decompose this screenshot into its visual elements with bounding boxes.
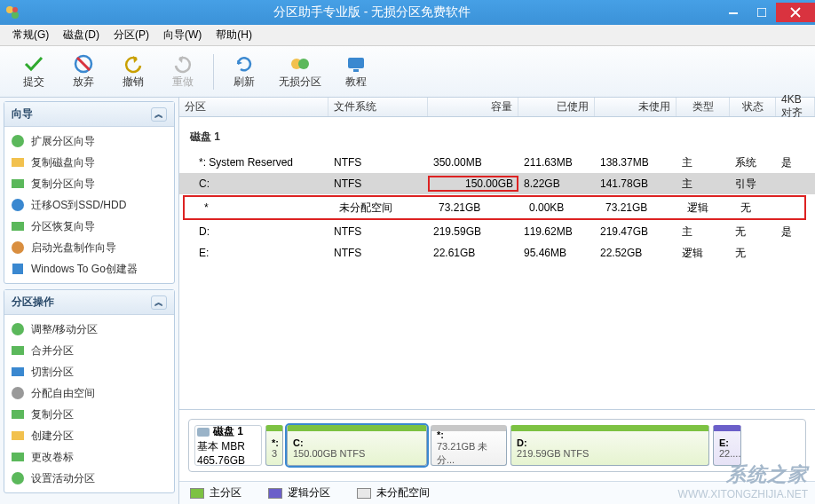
chevron-up-icon[interactable]: ︽ bbox=[151, 295, 167, 310]
tutorial-button[interactable]: 教程 bbox=[331, 48, 381, 96]
col-status[interactable]: 状态 bbox=[730, 98, 776, 116]
menu-disk[interactable]: 磁盘(D) bbox=[56, 25, 107, 45]
col-capacity[interactable]: 容量 bbox=[428, 98, 518, 116]
col-used[interactable]: 已使用 bbox=[518, 98, 595, 116]
partition-row[interactable]: *: System ReservedNTFS350.00MB211.63MB13… bbox=[179, 152, 815, 173]
ops-item-icon bbox=[10, 343, 26, 358]
ops-item[interactable]: 设置活动分区 bbox=[4, 468, 174, 489]
menu-view[interactable]: 常规(G) bbox=[5, 25, 56, 45]
svg-point-7 bbox=[298, 59, 309, 69]
panel-title: 向导 bbox=[12, 106, 33, 122]
menu-help[interactable]: 帮助(H) bbox=[209, 25, 259, 45]
ops-item[interactable]: 调整/移动分区 bbox=[4, 319, 174, 340]
cell-free: 138.37MB bbox=[595, 156, 677, 169]
disk-map-block[interactable]: D:219.59GB NTFS bbox=[510, 425, 709, 466]
col-free[interactable]: 未使用 bbox=[595, 98, 677, 116]
undo-icon bbox=[123, 53, 144, 75]
disk-map-info[interactable]: 磁盘 1 基本 MBR 465.76GB bbox=[194, 425, 262, 466]
cell-status: 无 bbox=[735, 201, 781, 216]
ops-item-label: 分配自由空间 bbox=[31, 386, 95, 401]
disk-map-block[interactable]: *:73.21GB 未分... bbox=[431, 425, 507, 466]
ops-item[interactable]: 合并分区 bbox=[4, 340, 174, 361]
ops-item[interactable]: 切割分区 bbox=[4, 361, 174, 382]
col-type[interactable]: 类型 bbox=[677, 98, 730, 116]
discard-button[interactable]: 放弃 bbox=[59, 48, 108, 96]
col-4k-align[interactable]: 4KB对齐 bbox=[776, 98, 815, 116]
svg-point-15 bbox=[12, 241, 24, 254]
chevron-up-icon[interactable]: ︽ bbox=[151, 107, 167, 122]
svg-rect-16 bbox=[12, 264, 23, 274]
cell-partition: *: System Reserved bbox=[179, 156, 328, 169]
cell-free: 73.21GB bbox=[600, 201, 682, 214]
wizard-item[interactable]: 分区恢复向导 bbox=[4, 216, 174, 237]
legend: 主分区 逻辑分区 未分配空间 bbox=[179, 481, 815, 504]
col-partition[interactable]: 分区 bbox=[179, 98, 328, 116]
block-size: 150.00GB NTFS bbox=[293, 448, 421, 459]
wizard-item[interactable]: 启动光盘制作向导 bbox=[4, 237, 174, 258]
grid-header: 分区 文件系统 容量 已使用 未使用 类型 状态 4KB对齐 bbox=[179, 98, 815, 117]
cell-4k-align: 是 bbox=[776, 224, 815, 240]
wizard-item-icon bbox=[10, 261, 26, 277]
wizard-item[interactable]: 复制分区向导 bbox=[4, 173, 174, 194]
svg-rect-8 bbox=[348, 58, 364, 68]
cell-used: 8.22GB bbox=[518, 177, 595, 190]
ops-panel-header[interactable]: 分区操作 ︽ bbox=[4, 290, 174, 315]
partition-row[interactable]: E:NTFS22.61GB95.46MB22.52GB逻辑无 bbox=[179, 242, 815, 264]
disk-map-block[interactable]: *:3 bbox=[265, 425, 283, 466]
wizard-item-label: 扩展分区向导 bbox=[31, 134, 95, 149]
ops-item[interactable]: 分配自由空间 bbox=[4, 382, 174, 404]
partition-row[interactable]: C:NTFS150.00GB8.22GB141.78GB主引导 bbox=[179, 173, 815, 194]
wizard-panel: 向导 ︽ 扩展分区向导复制磁盘向导复制分区向导迁移OS到SSD/HDD分区恢复向… bbox=[4, 101, 175, 284]
cell-used: 119.62MB bbox=[518, 225, 595, 238]
redo-button[interactable]: 重做 bbox=[158, 48, 208, 96]
cell-used: 0.00KB bbox=[524, 201, 600, 214]
tutorial-icon bbox=[345, 53, 367, 75]
wizard-item-label: 复制分区向导 bbox=[31, 177, 95, 192]
wizard-item[interactable]: 复制磁盘向导 bbox=[4, 152, 174, 173]
svg-rect-9 bbox=[353, 69, 359, 72]
cell-type: 主 bbox=[677, 177, 730, 192]
cell-capacity: 150.00GB bbox=[428, 176, 518, 192]
legend-logical: 逻辑分区 bbox=[268, 485, 330, 500]
ops-item[interactable]: 更改卷标 bbox=[4, 446, 174, 468]
disk-map: 磁盘 1 基本 MBR 465.76GB *:3C:150.00GB NTFS*… bbox=[188, 419, 806, 472]
block-name: *: bbox=[437, 429, 501, 440]
svg-rect-19 bbox=[12, 367, 24, 376]
wizard-item-icon bbox=[10, 218, 26, 234]
disk-icon bbox=[197, 427, 210, 437]
ops-item-icon bbox=[10, 406, 26, 422]
disk-map-block[interactable]: E:22.... bbox=[713, 425, 741, 466]
ops-items: 调整/移动分区合并分区切割分区分配自由空间复制分区创建分区更改卷标设置活动分区 bbox=[4, 315, 174, 492]
close-button[interactable] bbox=[776, 3, 815, 22]
minimize-button[interactable] bbox=[719, 3, 748, 22]
grid-body[interactable]: 磁盘 1 *: System ReservedNTFS350.00MB211.6… bbox=[179, 117, 815, 409]
wizard-item[interactable]: Windows To Go创建器 bbox=[4, 258, 174, 280]
col-filesystem[interactable]: 文件系统 bbox=[328, 98, 428, 116]
refresh-button[interactable]: 刷新 bbox=[219, 48, 269, 96]
ops-item[interactable]: 创建分区 bbox=[4, 425, 174, 446]
wizard-item[interactable]: 扩展分区向导 bbox=[4, 130, 174, 152]
svg-rect-3 bbox=[729, 12, 738, 14]
discard-icon bbox=[73, 53, 94, 75]
svg-rect-11 bbox=[12, 158, 24, 167]
menu-bar: 常规(G) 磁盘(D) 分区(P) 向导(W) 帮助(H) bbox=[0, 25, 815, 46]
menu-partition[interactable]: 分区(P) bbox=[107, 25, 156, 45]
maximize-button[interactable] bbox=[748, 3, 776, 22]
disk-map-block[interactable]: C:150.00GB NTFS bbox=[287, 425, 427, 466]
block-size: 22.... bbox=[719, 448, 735, 459]
ops-item-label: 复制分区 bbox=[31, 407, 74, 422]
wizard-panel-header[interactable]: 向导 ︽ bbox=[4, 102, 174, 127]
refresh-icon bbox=[233, 53, 255, 75]
commit-button[interactable]: 提交 bbox=[9, 48, 59, 96]
window-title: 分区助手专业版 - 无损分区免费软件 bbox=[25, 4, 719, 20]
wizard-item-icon bbox=[10, 176, 26, 192]
menu-wizard[interactable]: 向导(W) bbox=[156, 25, 209, 45]
legend-unallocated: 未分配空间 bbox=[357, 485, 430, 500]
partition-row[interactable]: D:NTFS219.59GB119.62MB219.47GB主无是 bbox=[179, 221, 815, 242]
ops-item[interactable]: 复制分区 bbox=[4, 404, 174, 425]
partition-row[interactable]: *未分配空间73.21GB0.00KB73.21GB逻辑无 bbox=[185, 197, 804, 218]
undo-button[interactable]: 撤销 bbox=[108, 48, 158, 96]
cell-used: 95.46MB bbox=[518, 247, 595, 259]
lossless-button[interactable]: 无损分区 bbox=[269, 48, 331, 96]
wizard-item[interactable]: 迁移OS到SSD/HDD bbox=[4, 194, 174, 216]
